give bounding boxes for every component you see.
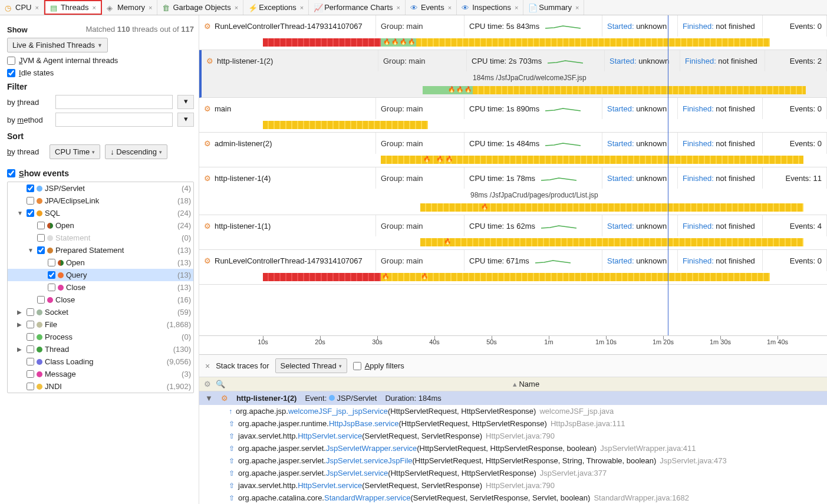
close-icon[interactable]: × (575, 4, 579, 11)
close-icon[interactable]: × (448, 4, 452, 11)
stack-frame[interactable]: ⇧org.apache.jasper.servlet.JspServlet.se… (199, 454, 827, 467)
search-icon[interactable]: 🔍 (216, 380, 225, 388)
tab-performance-charts[interactable]: 📈Performance Charts× (309, 0, 406, 15)
show-events-checkbox[interactable] (7, 169, 15, 177)
thread-detail: 184ms /JsfJpaCrud/welcomeJSF.jsp (202, 71, 827, 84)
matched-count: Matched 110 threads out of 117 (85, 25, 194, 34)
close-stack-button[interactable]: × (205, 361, 210, 371)
timeline-bar[interactable]: 🔥 (199, 203, 827, 212)
thread-row[interactable]: ⚙RunLevelControllerThread-1479314107067 … (199, 15, 827, 50)
event-class-loading[interactable]: Class Loading(9,056) (8, 355, 193, 368)
event-jsp-servlet[interactable]: JSP/Servlet(4) (8, 182, 193, 195)
stack-frame[interactable]: ⇧org.apache.jasper.runtime.HttpJspBase.s… (199, 417, 827, 430)
thread-row[interactable]: ⚙main Group: main CPU time: 1s 890ms Sta… (199, 98, 827, 133)
thread-row[interactable]: ⚙http-listener-1(4) Group: main CPU time… (199, 167, 827, 215)
event-socket[interactable]: ▶Socket(59) (8, 306, 193, 318)
stack-thread-selector[interactable]: Selected Thread ▾ (275, 358, 347, 373)
filter-by-method-input[interactable] (55, 113, 173, 127)
color-dot (58, 260, 64, 266)
close-icon[interactable]: × (235, 4, 238, 11)
threads-filter-dropdown[interactable]: Live & Finished Threads▼ (7, 38, 108, 52)
tab-events[interactable]: 👁Events× (406, 0, 457, 15)
event-thread[interactable]: ▶Thread(130) (8, 343, 193, 355)
stack-frame[interactable]: ⇧org.apache.jasper.servlet.JspServletWra… (199, 442, 827, 454)
close-icon[interactable]: × (35, 4, 38, 11)
event-open[interactable]: Open(24) (8, 219, 193, 232)
flame-icon: 🔥 (382, 273, 389, 279)
event-process[interactable]: Process(0) (8, 331, 193, 343)
idle-states-checkbox[interactable]: Idle states (7, 68, 194, 77)
timeline-bar[interactable]: 🔥🔥 (199, 272, 827, 282)
content: ⚙RunLevelControllerThread-1479314107067 … (199, 15, 827, 504)
tab-inspections[interactable]: 👁Inspections× (457, 0, 523, 15)
gear-icon: ⚙ (204, 139, 211, 148)
event-file[interactable]: ▶File(1,868) (8, 318, 193, 331)
timeline-bar[interactable] (199, 120, 827, 130)
color-dot (37, 322, 42, 328)
memory-icon: ◈ (107, 4, 115, 12)
thread-row[interactable]: ⚙http-listener-1(2) Group: main CPU time… (199, 50, 827, 98)
event-open[interactable]: Open(13) (8, 256, 193, 269)
performance charts-icon: 📈 (314, 4, 322, 12)
tab-threads[interactable]: ▤Threads× (44, 0, 102, 15)
event-close[interactable]: Close(13) (8, 281, 193, 294)
time-tick: 1m (544, 338, 553, 345)
stack-frame[interactable]: ⇧org.apache.catalina.core.StandardWrappe… (199, 492, 827, 504)
timeline-bar[interactable]: 🔥🔥🔥🔥 (199, 38, 827, 47)
close-icon[interactable]: × (93, 4, 96, 11)
tab-garbage-objects[interactable]: 🗑Garbage Objects× (157, 0, 243, 15)
flame-icon: 🔥 (464, 86, 472, 93)
flame-icon: 🔥 (391, 38, 398, 45)
inspections-icon: 👁 (462, 4, 470, 12)
filter-by-method-label: by method (7, 116, 51, 124)
time-tick: 1m 40s (767, 338, 788, 345)
tab-cpu[interactable]: ◷CPU× (0, 0, 44, 15)
event-statement[interactable]: Statement(0) (8, 232, 193, 244)
threads-icon: ▤ (50, 4, 58, 12)
stack-frame[interactable]: ⇧javax.servlet.http.HttpServlet.service(… (199, 430, 827, 442)
event-query[interactable]: Query(13) (8, 269, 193, 281)
stack-frame[interactable]: ⇧javax.servlet.http.HttpServlet.service(… (199, 479, 827, 492)
stack-event-header[interactable]: ▼⚙http-listener-1(2)Event: JSP/ServletDu… (199, 391, 827, 405)
close-icon[interactable]: × (397, 4, 400, 11)
event-jpa-eclipselink[interactable]: JPA/EclipseLink(18) (8, 195, 193, 207)
stack-frame[interactable]: ↑org.apache.jsp.welcomeJSF_jsp._jspServi… (199, 405, 827, 417)
thread-row[interactable]: ⚙RunLevelControllerThread-1479314107067 … (199, 250, 827, 285)
time-tick: 1m 20s (653, 338, 674, 345)
sort-direction-select[interactable]: ↓ Descending ▾ (105, 144, 167, 159)
filter-by-method-dropdown[interactable]: ▾ (177, 113, 194, 127)
flame-icon: 🔥 (408, 38, 415, 45)
timeline-bar[interactable]: 🔥🔥🔥 (199, 155, 827, 164)
timeline-bar[interactable]: 🔥🔥🔥 (202, 85, 827, 95)
close-icon[interactable]: × (300, 4, 304, 11)
event-sql[interactable]: ▼SQL(24) (8, 207, 193, 219)
apply-filters-checkbox[interactable] (353, 362, 361, 370)
thread-row[interactable]: ⚙admin-listener(2) Group: main CPU time:… (199, 133, 827, 167)
close-icon[interactable]: × (515, 4, 518, 11)
color-dot (37, 309, 42, 315)
gear-icon[interactable]: ⚙ (204, 380, 211, 388)
arrow-up-icon: ⇧ (229, 494, 235, 502)
jvm-threads-checkbox[interactable]: JVM & Agent internal threads (7, 56, 194, 65)
event-jndi[interactable]: JNDI(1,902) (8, 380, 193, 393)
event-prepared-statement[interactable]: ▼Prepared Statement(13) (8, 244, 193, 256)
close-icon[interactable]: × (149, 4, 152, 11)
gear-icon: ⚙ (204, 256, 211, 265)
event-message[interactable]: Message(3) (8, 368, 193, 380)
tab-bar: ◷CPU×▤Threads×◈Memory×🗑Garbage Objects×⚡… (0, 0, 827, 15)
sort-field-select[interactable]: CPU Time ▾ (50, 144, 100, 159)
thread-row[interactable]: ⚙http-listener-1(1) Group: main CPU time… (199, 215, 827, 250)
filter-title: Filter (7, 82, 194, 91)
tab-exceptions[interactable]: ⚡Exceptions× (243, 0, 309, 15)
gear-icon: ⚙ (221, 394, 228, 403)
stack-frame[interactable]: ⇧org.apache.jasper.servlet.JspServlet.se… (199, 467, 827, 479)
filter-by-thread-input[interactable] (55, 95, 173, 109)
time-ruler[interactable]: 10s20s30s40s50s1m1m 10s1m 20s1m 30s1m 40… (199, 335, 827, 354)
timeline-bar[interactable]: 🔥 (199, 238, 827, 247)
tab-memory[interactable]: ◈Memory× (102, 0, 157, 15)
flame-icon: 🔥 (383, 38, 390, 45)
event-close[interactable]: Close(16) (8, 294, 193, 306)
filter-by-thread-dropdown[interactable]: ▾ (177, 95, 194, 109)
tab-summary[interactable]: 📄Summary× (523, 0, 584, 15)
flame-icon: 🔥 (400, 38, 407, 45)
